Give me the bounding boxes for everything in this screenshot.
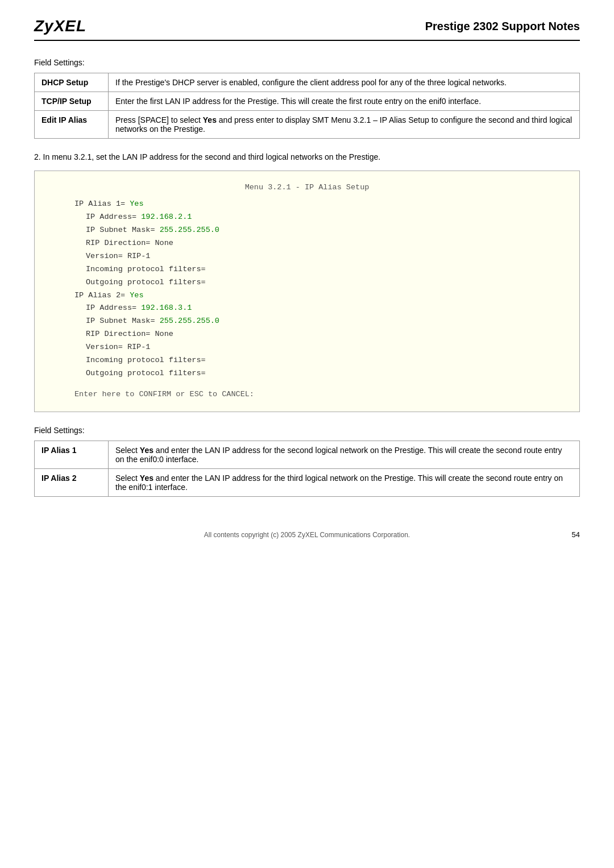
subnet-value-1: 255.255.255.0 bbox=[160, 226, 219, 234]
alias1-value: Yes bbox=[130, 200, 143, 208]
menu-alias1-incoming: Incoming protocol filters= bbox=[86, 263, 562, 276]
field-desc-ipalias2: Select Yes and enter the LAN IP address … bbox=[109, 469, 580, 497]
section1-table: DHCP Setup If the Prestige's DHCP server… bbox=[34, 73, 580, 139]
menu-alias1-rip: RIP Direction= None bbox=[86, 237, 562, 250]
menu-alias2-rip: RIP Direction= None bbox=[86, 328, 562, 341]
menu-confirm: Enter here to CONFIRM or ESC to CANCEL: bbox=[74, 388, 562, 401]
menu-alias2-subnet: IP Subnet Mask= 255.255.255.0 bbox=[86, 315, 562, 328]
field-desc-editip: Press [SPACE] to select Yes and press en… bbox=[109, 111, 580, 139]
field-label-ipalias1: IP Alias 1 bbox=[35, 441, 109, 469]
field-label-dhcp: DHCP Setup bbox=[35, 73, 109, 92]
table-row: TCP/IP Setup Enter the first LAN IP addr… bbox=[35, 92, 580, 111]
menu-alias2-outgoing: Outgoing protocol filters= bbox=[86, 367, 562, 380]
subnet-label-1: IP Subnet Mask= bbox=[86, 226, 160, 234]
alias2-label: IP Alias 2= bbox=[74, 291, 130, 300]
ip-value-2: 192.168.3.1 bbox=[141, 304, 192, 312]
field-desc-ipalias1: Select Yes and enter the LAN IP address … bbox=[109, 441, 580, 469]
menu-alias2-ip: IP Address= 192.168.3.1 bbox=[86, 302, 562, 315]
bold-yes-1: Yes bbox=[203, 115, 217, 124]
zyxel-logo: ZyXEL bbox=[34, 17, 86, 35]
table-row: IP Alias 1 Select Yes and enter the LAN … bbox=[35, 441, 580, 469]
page-header: ZyXEL Prestige 2302 Support Notes bbox=[34, 17, 580, 41]
menu-alias1-subnet: IP Subnet Mask= 255.255.255.0 bbox=[86, 224, 562, 237]
ip-label-2: IP Address= bbox=[86, 304, 141, 312]
menu-alias1-row: IP Alias 1= Yes bbox=[74, 198, 562, 211]
subnet-value-2: 255.255.255.0 bbox=[160, 317, 219, 325]
table-row: DHCP Setup If the Prestige's DHCP server… bbox=[35, 73, 580, 92]
field-label-editip: Edit IP Alias bbox=[35, 111, 109, 139]
alias1-label: IP Alias 1= bbox=[74, 200, 130, 208]
ip-value-1: 192.168.2.1 bbox=[141, 213, 192, 221]
menu-alias1-version: Version= RIP-1 bbox=[86, 250, 562, 263]
menu-alias1-outgoing: Outgoing protocol filters= bbox=[86, 276, 562, 289]
menu-alias2-row: IP Alias 2= Yes bbox=[74, 289, 562, 302]
field-desc-dhcp: If the Prestige's DHCP server is enabled… bbox=[109, 73, 580, 92]
bold-yes-3: Yes bbox=[140, 474, 154, 483]
page-number: 54 bbox=[572, 530, 580, 539]
section2-label: Field Settings: bbox=[34, 426, 580, 435]
page-title: Prestige 2302 Support Notes bbox=[425, 20, 580, 33]
ip-label-1: IP Address= bbox=[86, 213, 141, 221]
menu-box: Menu 3.2.1 - IP Alias Setup IP Alias 1= … bbox=[34, 171, 580, 412]
menu-title: Menu 3.2.1 - IP Alias Setup bbox=[52, 181, 562, 194]
section2-table: IP Alias 1 Select Yes and enter the LAN … bbox=[34, 441, 580, 497]
paragraph-text: 2. In menu 3.2.1, set the LAN IP address… bbox=[34, 152, 580, 161]
menu-alias1-ip: IP Address= 192.168.2.1 bbox=[86, 211, 562, 224]
table-row: Edit IP Alias Press [SPACE] to select Ye… bbox=[35, 111, 580, 139]
menu-alias2-version: Version= RIP-1 bbox=[86, 341, 562, 354]
field-label-ipalias2: IP Alias 2 bbox=[35, 469, 109, 497]
field-desc-tcpip: Enter the first LAN IP address for the P… bbox=[109, 92, 580, 111]
footer-copyright: All contents copyright (c) 2005 ZyXEL Co… bbox=[34, 531, 580, 539]
bold-yes-2: Yes bbox=[140, 446, 154, 455]
field-label-tcpip: TCP/IP Setup bbox=[35, 92, 109, 111]
alias2-value: Yes bbox=[130, 291, 143, 300]
subnet-label-2: IP Subnet Mask= bbox=[86, 317, 160, 325]
menu-alias2-incoming: Incoming protocol filters= bbox=[86, 354, 562, 367]
table-row: IP Alias 2 Select Yes and enter the LAN … bbox=[35, 469, 580, 497]
section1-label: Field Settings: bbox=[34, 58, 580, 67]
